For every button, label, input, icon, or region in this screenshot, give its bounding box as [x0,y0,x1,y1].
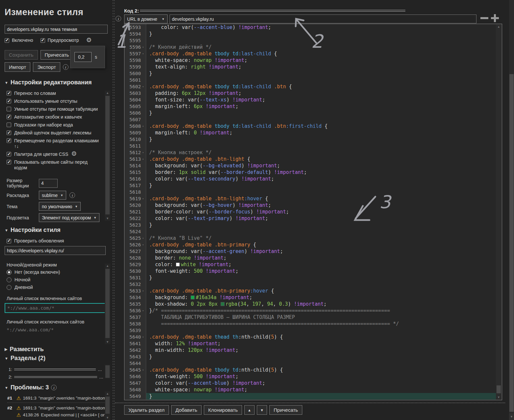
beautify-button[interactable]: Причесать [41,50,73,60]
section-link-2[interactable]: 2: … [9,375,103,379]
editor-option-3[interactable]: Автозакрытие скобок и кавычек [7,114,100,120]
code-line[interactable]: 5648 white-space: nowrap !important; [124,386,496,393]
code-line[interactable]: 5623} [124,222,496,228]
fold-toggle-icon[interactable]: ▾ [141,156,145,162]
sidebar-resize-handle[interactable] [112,0,115,420]
code-editor-scrollbar[interactable]: ▲ ▼ [496,24,501,400]
add-applies-to-button[interactable] [491,14,499,22]
code-line[interactable]: 5606} [124,110,496,116]
code-line[interactable]: 5633▾.card-body .dmg-table .btn-primary:… [124,288,496,294]
style-settings-scrollbar[interactable]: ▲ ▼ [105,264,110,344]
code-line[interactable]: 5598 white-space: nowrap !important; [124,57,496,64]
fold-toggle-icon[interactable]: ▾ [141,367,145,373]
enabled-checkbox-box[interactable] [5,38,9,43]
sections-header[interactable]: ▼ Разделы (2) [5,355,103,362]
checkbox[interactable] [7,138,11,143]
preview-checkbox[interactable]: Предпросмотр [41,38,79,43]
code-line[interactable]: 5616 color: var(--text-secondary) !impor… [124,176,496,182]
fold-toggle-icon[interactable]: ▾ [141,235,145,241]
move-section-up-button[interactable]: ▲ [244,405,255,415]
fold-toggle-icon[interactable]: ▾ [141,195,145,202]
import-export-info-icon[interactable]: i [63,64,68,70]
check-updates-checkbox[interactable]: Проверить обновления [5,238,103,243]
checkbox[interactable] [7,99,11,103]
code-line[interactable]: 5634 background: #16a34a !important; [124,294,496,301]
code-line[interactable]: 5640▾.card-body .dmg-table thead th:nth-… [124,334,496,340]
editor-option-4[interactable]: Подсказки при наборе кода [7,122,100,128]
code-line[interactable]: 5622 color: var(--text-primary) !importa… [124,215,496,222]
code-line[interactable]: 5612▾/* Кнопка настроек */ [124,149,496,156]
code-editor[interactable]: 5593 color: var(--accent-blue) !importan… [124,24,502,400]
problems-header[interactable]: ▼ Проблемы: 3 i [5,384,103,391]
window-scrollbar-thumb[interactable] [509,74,514,412]
code-line[interactable]: 5599 text-align: right !important; [124,64,496,70]
code-line[interactable]: 5638 ===================================… [124,321,496,327]
code-line[interactable]: 5613▾.card-body .dmg-table .btn-light { [124,156,496,162]
checkbox[interactable] [7,152,11,156]
fold-toggle-icon[interactable]: ▾ [141,149,145,156]
code-line[interactable]: 5637 ТАБЛИЦА ДИСТРИБУТИВОВ — ШИРИНА СТОЛ… [124,314,496,321]
night-mode-option-0[interactable]: Нет (всегда включен) [7,269,103,275]
code-line[interactable]: 5595 [124,37,496,44]
fold-toggle-icon[interactable]: ▾ [141,44,145,50]
preview-delay-input[interactable] [74,52,92,62]
code-line[interactable]: 5617} [124,182,496,189]
editor-settings-scrollbar[interactable]: ▲ ▼ [105,91,110,221]
style-settings-header[interactable]: ▼ Настройки стиля [5,227,103,234]
radio-button[interactable] [7,270,12,275]
code-line[interactable]: 5610} [124,136,496,143]
code-line[interactable]: 5629 color: white !important; [124,261,496,268]
applies-to-info-icon[interactable]: i [116,16,121,21]
code-line[interactable]: 5615 border: 1px solid var(--border-defa… [124,169,496,176]
checkbox[interactable] [7,107,11,111]
editor-option-7[interactable]: Палитра для цветов CSS⚙ [7,152,100,157]
problem-item[interactable]: #2⚠1691:3"margin" overrides "margin-bott… [7,406,106,410]
applies-to-type-select[interactable]: URL в домене ▼ [124,14,168,23]
code-line[interactable]: 5596▾/* Кнопки действий */ [124,44,496,50]
code-line[interactable]: 5614 background: var(--bg-elevated) !imp… [124,162,496,169]
code-line[interactable]: 5639 [124,327,496,334]
move-section-down-button[interactable]: ▼ [257,405,267,415]
code-editor-lines[interactable]: 5593 color: var(--accent-blue) !importan… [124,24,496,400]
save-button[interactable]: Сохранить [5,50,38,60]
code-line[interactable]: 5645▾.card-body .dmg-table tbody td:nth-… [124,367,496,373]
scroll-down-icon[interactable]: ▼ [509,413,514,420]
update-url-input[interactable] [5,246,106,255]
window-scrollbar[interactable]: ▼ [509,0,514,420]
field-select-3[interactable]: Элемент под курсором▼ [39,213,99,222]
code-line[interactable]: 5608▾.card-body .dmg-table tbody td:last… [124,123,496,129]
section-link-1[interactable]: 1: … [9,367,103,372]
code-line[interactable]: 5649} [124,393,496,400]
radio-button[interactable] [7,285,12,290]
code-line[interactable]: 5632 [124,281,496,288]
code-line[interactable]: 5644 [124,360,496,367]
problems-scrollbar[interactable]: ▲ ▼ [105,391,110,420]
fold-toggle-icon[interactable]: ▾ [141,288,145,294]
code-line[interactable]: 5609 margin-left: 0 !important; [124,129,496,136]
code-line[interactable]: 5627 background: var(--accent-green) !im… [124,248,496,255]
code-line[interactable]: 5593 color: var(--accent-blue) !importan… [124,24,496,31]
code-line[interactable]: 5603 padding: 6px 12px !important; [124,90,496,97]
night-mode-option-1[interactable]: Ночной [7,277,103,282]
code-line[interactable]: 5643} [124,353,496,360]
sections-scrollbar[interactable] [105,365,110,378]
code-line[interactable]: 5646 font-weight: 500 !important; [124,373,496,380]
clone-section-button[interactable]: Клонировать [204,405,242,415]
code-line[interactable]: 5604 font-size: var(--text-xs) !importan… [124,97,496,103]
code-line[interactable]: 5618 [124,189,496,195]
checkbox[interactable] [7,123,11,127]
problems-info-icon[interactable]: i [51,385,57,390]
code-line[interactable]: 5630 font-weight: 500 !important; [124,268,496,274]
code-line[interactable]: 5621 border-color: var(--border-focus) !… [124,209,496,215]
enabled-checkbox[interactable]: Включено [5,38,33,43]
code-line[interactable]: 5620 background: var(--bg-hover) !import… [124,202,496,209]
field-info-icon[interactable]: i [69,192,75,198]
editor-option-0[interactable]: Перенос по словам [7,91,100,96]
editor-option-8[interactable]: Показывать целевые сайты перед кодом [7,159,100,171]
editor-settings-header[interactable]: ▼ Настройки редактирования [5,79,103,86]
applies-to-url-input[interactable] [170,14,476,23]
code-line[interactable]: 5602▾.card-body .dmg-table tbody td:last… [124,83,496,90]
check-updates-checkbox-box[interactable] [7,239,11,243]
checkbox[interactable] [7,115,11,119]
code-line[interactable]: 5600} [124,70,496,77]
